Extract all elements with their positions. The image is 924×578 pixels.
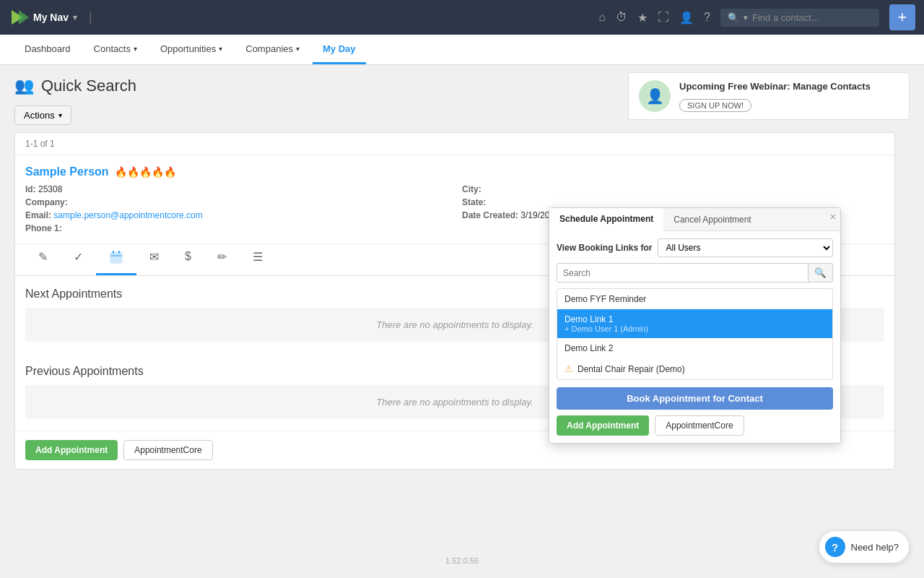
- companies-dropdown-icon: ▾: [296, 45, 300, 53]
- booking-item-demo-link1[interactable]: Demo Link 1 + Demo User 1 (Admin): [557, 309, 832, 338]
- page-footer: 1.52.0.56: [0, 549, 924, 572]
- top-nav-icons: ⌂ ⏱ ★ ⛶ 👤 ? 🔍 ▾ +: [598, 4, 915, 30]
- help-icon: ?: [825, 537, 845, 557]
- date-created-label: Date Created:: [462, 210, 520, 220]
- actions-button[interactable]: Actions ▾: [14, 105, 71, 125]
- nav-myday[interactable]: My Day: [313, 35, 366, 64]
- help-label: Need help?: [851, 542, 899, 553]
- nav-divider: |: [89, 10, 92, 25]
- city-field: City:: [462, 184, 884, 194]
- network-icon[interactable]: ⛶: [658, 11, 669, 24]
- version-text: 1.52.0.56: [445, 556, 479, 565]
- nav-dashboard[interactable]: Dashboard: [14, 35, 81, 64]
- id-field: Id: 25308: [25, 184, 448, 194]
- state-label: State:: [462, 197, 486, 207]
- add-button[interactable]: +: [889, 4, 915, 30]
- email-link[interactable]: sample.person@appointmentcore.com: [53, 210, 202, 220]
- global-search-bar[interactable]: 🔍 ▾: [720, 9, 879, 27]
- help-button[interactable]: ? Need help?: [819, 530, 910, 564]
- search-icon: 🔍: [728, 12, 739, 23]
- nav-companies[interactable]: Companies ▾: [235, 35, 310, 64]
- popup-body: View Booking Links for All Users 🔍 Demo …: [549, 231, 840, 443]
- star-icon[interactable]: ★: [637, 11, 648, 25]
- demo-link1-label: Demo Link 1: [565, 314, 613, 324]
- company-field: Company:: [25, 197, 448, 207]
- id-value: 25308: [38, 184, 62, 194]
- flames-icon: 🔥🔥🔥🔥🔥: [115, 166, 176, 178]
- companies-label: Companies: [245, 43, 293, 54]
- booking-search-input[interactable]: [557, 264, 808, 282]
- svg-marker-1: [19, 10, 29, 25]
- webinar-text: Upcoming Free Webinar: Manage Contacts: [679, 81, 871, 92]
- booking-search-button[interactable]: 🔍: [808, 264, 832, 282]
- phone-label: Phone 1:: [25, 223, 62, 233]
- tab-tag[interactable]: ✏: [204, 244, 240, 275]
- appointmentcore-button[interactable]: AppointmentCore: [123, 440, 212, 460]
- help-circle-icon[interactable]: ?: [704, 11, 710, 24]
- demo-link1-sub: + Demo User 1 (Admin): [565, 324, 648, 333]
- app-logo[interactable]: My Nav ▾: [9, 7, 77, 27]
- book-appointment-button[interactable]: Book Appointment for Contact: [557, 387, 833, 410]
- tab-list[interactable]: ☰: [240, 244, 276, 275]
- popup-close-button[interactable]: ×: [830, 211, 836, 223]
- popup-search-row: 🔍: [557, 263, 833, 282]
- actions-label: Actions: [24, 110, 55, 121]
- popup-tab-cancel[interactable]: Cancel Appointment: [663, 208, 761, 230]
- tab-edit[interactable]: ✎: [25, 244, 61, 275]
- booking-list: Demo FYF Reminder Demo Link 1 + Demo Use…: [557, 288, 833, 380]
- booking-item-dental-chair[interactable]: ⚠ Dental Chair Repair (Demo): [557, 358, 832, 379]
- state-field: State:: [462, 197, 884, 207]
- contact-name-row: Sample Person 🔥🔥🔥🔥🔥: [25, 165, 884, 178]
- webinar-banner: 👤 Upcoming Free Webinar: Manage Contacts…: [628, 72, 910, 120]
- clock-icon[interactable]: ⏱: [616, 11, 627, 24]
- page-content: 👤 Upcoming Free Webinar: Manage Contacts…: [0, 65, 924, 549]
- popup-appointmentcore-button[interactable]: AppointmentCore: [655, 415, 744, 436]
- booking-item-demo-link2[interactable]: Demo Link 2: [557, 338, 832, 358]
- app-name: My Nav: [33, 12, 69, 23]
- nav-opportunities[interactable]: Opportunities ▾: [150, 35, 232, 64]
- opportunities-dropdown-icon: ▾: [219, 45, 222, 53]
- email-field: Email: sample.person@appointmentcore.com: [25, 210, 448, 220]
- popup-tab-schedule[interactable]: Schedule Appointment: [549, 208, 663, 231]
- tab-check[interactable]: ✓: [61, 244, 96, 275]
- webinar-info: Upcoming Free Webinar: Manage Contacts S…: [679, 81, 871, 112]
- popup-footer: Add Appointment AppointmentCore: [557, 415, 833, 436]
- popup-add-appointment-button[interactable]: Add Appointment: [557, 415, 649, 436]
- person-silhouette-icon: 👤: [646, 87, 664, 105]
- email-label: Email:: [25, 210, 53, 220]
- myday-label: My Day: [323, 43, 356, 54]
- global-search-input[interactable]: [752, 12, 868, 23]
- logo-icon: [9, 7, 29, 27]
- view-booking-label: View Booking Links for: [557, 243, 652, 253]
- contact-name-link[interactable]: Sample Person: [25, 165, 109, 178]
- tab-calendar[interactable]: [96, 244, 136, 275]
- user-icon[interactable]: 👤: [679, 11, 694, 25]
- home-icon[interactable]: ⌂: [598, 11, 606, 24]
- webinar-avatar-icon: 👤: [639, 80, 671, 112]
- user-select[interactable]: All Users: [658, 238, 833, 257]
- warning-icon: ⚠: [565, 363, 573, 374]
- page-title: Quick Search: [41, 77, 136, 95]
- dashboard-label: Dashboard: [25, 43, 71, 54]
- nav-contacts[interactable]: Contacts ▾: [84, 35, 147, 64]
- search-dropdown-icon[interactable]: ▾: [744, 13, 748, 22]
- add-appointment-button[interactable]: Add Appointment: [25, 440, 118, 460]
- tab-email[interactable]: ✉: [136, 244, 172, 275]
- company-label: Company:: [25, 197, 68, 207]
- svg-rect-2: [110, 252, 122, 263]
- results-count: 1-1 of 1: [15, 133, 894, 155]
- dental-chair-label: Dental Chair Repair (Demo): [578, 364, 685, 374]
- opportunities-label: Opportunities: [160, 43, 216, 54]
- sign-up-button[interactable]: SIGN UP NOW!: [679, 99, 751, 112]
- booking-item-demo-fyf[interactable]: Demo FYF Reminder: [557, 289, 832, 309]
- demo-link2-label: Demo Link 2: [565, 343, 613, 353]
- demo-fyf-label: Demo FYF Reminder: [565, 294, 646, 304]
- id-label: Id:: [25, 184, 38, 194]
- calendar-icon: [109, 250, 123, 264]
- view-booking-row: View Booking Links for All Users: [557, 238, 833, 257]
- nav-dropdown-icon[interactable]: ▾: [73, 13, 77, 22]
- schedule-popup: × Schedule Appointment Cancel Appointmen…: [549, 207, 841, 444]
- top-nav: My Nav ▾ | ⌂ ⏱ ★ ⛶ 👤 ? 🔍 ▾ +: [0, 0, 924, 35]
- tab-dollar[interactable]: $: [172, 244, 204, 275]
- main-nav: Dashboard Contacts ▾ Opportunities ▾ Com…: [0, 35, 924, 65]
